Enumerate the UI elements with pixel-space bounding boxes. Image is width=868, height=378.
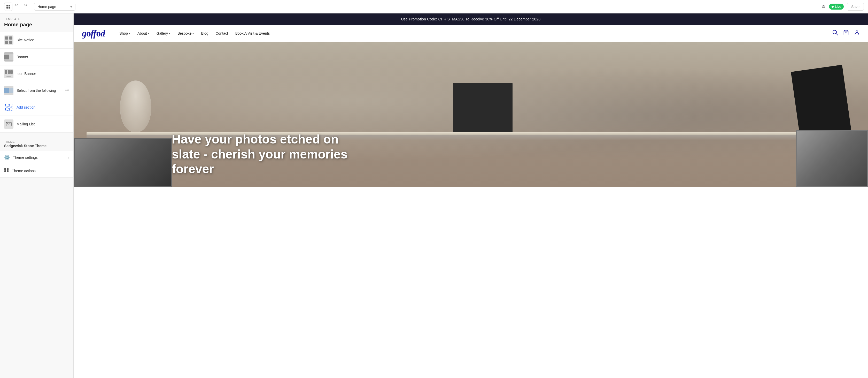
about-chevron: ▾ xyxy=(148,32,149,35)
nav-icons xyxy=(832,30,860,37)
promo-banner: Use Promotion Code: CHRISTMAS30 To Recei… xyxy=(74,13,868,25)
sidebar-item-theme-actions[interactable]: Theme actions ··· xyxy=(0,164,73,178)
svg-rect-10 xyxy=(7,168,8,170)
page-selector-chevron: ▾ xyxy=(70,5,72,9)
chevron-right-icon: › xyxy=(68,155,69,160)
user-nav-icon[interactable] xyxy=(854,30,860,37)
undo-redo-group: ↩ ↪ xyxy=(14,3,32,11)
mailing-list-label: Mailing List xyxy=(17,122,35,126)
svg-rect-1 xyxy=(8,5,10,6)
svg-rect-0 xyxy=(6,5,8,6)
hero-photo-frame-center xyxy=(453,83,513,132)
hero-bottom-frame-right xyxy=(796,130,868,187)
live-dot xyxy=(832,6,834,8)
icon-banner-line2 xyxy=(6,77,11,77)
banner-icon xyxy=(4,52,13,61)
top-bar-left: ↩ ↪ Home page ▾ xyxy=(4,3,75,11)
select-following-icon xyxy=(4,86,13,95)
sidebar: TEMPLATE Home page Site Notice Banner xyxy=(0,13,74,378)
nav-links: Shop ▾ About ▾ Gallery ▾ Bespoke ▾ Blog … xyxy=(119,31,270,35)
undo-button[interactable]: ↩ xyxy=(14,3,23,11)
top-bar: ↩ ↪ Home page ▾ 🖥 Live Save xyxy=(0,0,868,13)
sidebar-theme-section: THEME Sedgewick Stone Theme xyxy=(0,137,73,151)
redo-button[interactable]: ↪ xyxy=(24,3,32,11)
nav-book[interactable]: Book A Visit & Events xyxy=(235,31,270,35)
theme-label: THEME xyxy=(4,140,69,143)
sidebar-item-icon-banner[interactable]: Icon Banner xyxy=(0,65,73,82)
svg-rect-2 xyxy=(6,7,8,8)
page-selector[interactable]: Home page ▾ xyxy=(34,3,75,10)
hero-section: Have your photos etched on slate - cheri… xyxy=(74,42,868,187)
logo-text: goffod xyxy=(82,28,105,38)
svg-rect-5 xyxy=(9,104,12,107)
main-preview: Use Promotion Code: CHRISTMAS30 To Recei… xyxy=(74,13,868,378)
theme-settings-label: Theme settings xyxy=(13,155,38,159)
hero-title: Have your photos etched on slate - cheri… xyxy=(172,132,352,177)
back-button[interactable] xyxy=(4,3,12,11)
template-label: TEMPLATE xyxy=(4,18,69,21)
monitor-icon[interactable]: 🖥 xyxy=(821,4,826,9)
eye-icon[interactable]: 👁 xyxy=(65,88,69,93)
nav-contact[interactable]: Contact xyxy=(216,31,228,35)
theme-name: Sedgewick Stone Theme xyxy=(4,144,69,148)
sidebar-template-section: TEMPLATE Home page xyxy=(0,13,73,32)
page-selector-label: Home page xyxy=(37,5,56,9)
store-logo: goffod xyxy=(82,28,105,39)
store-nav: goffod Shop ▾ About ▾ Gallery ▾ Bespoke … xyxy=(74,25,868,42)
svg-rect-9 xyxy=(4,168,6,170)
grid-sm-icon xyxy=(4,168,9,174)
nav-blog[interactable]: Blog xyxy=(201,31,208,35)
theme-actions-label: Theme actions xyxy=(12,169,36,173)
svg-rect-6 xyxy=(5,108,8,111)
svg-rect-12 xyxy=(7,170,8,172)
site-notice-icon xyxy=(4,35,13,45)
svg-rect-4 xyxy=(5,104,8,107)
search-nav-icon[interactable] xyxy=(832,30,838,37)
nav-gallery[interactable]: Gallery ▾ xyxy=(157,31,170,35)
top-bar-right: 🖥 Live Save xyxy=(821,3,864,10)
sidebar-item-mailing-list[interactable]: Mailing List xyxy=(0,116,73,133)
gear-icon: ⚙️ xyxy=(4,155,10,160)
sidebar-item-site-notice[interactable]: Site Notice xyxy=(0,32,73,49)
nav-about[interactable]: About ▾ xyxy=(137,31,149,35)
add-section-label: Add section xyxy=(17,105,35,109)
mailing-list-icon xyxy=(4,119,13,129)
hero-text: Have your photos etched on slate - cheri… xyxy=(74,132,352,187)
template-title: Home page xyxy=(4,22,69,28)
svg-rect-3 xyxy=(8,7,10,8)
save-button[interactable]: Save xyxy=(847,3,864,10)
svg-rect-7 xyxy=(9,108,12,111)
icon-banner-grid xyxy=(5,70,13,74)
shop-chevron: ▾ xyxy=(129,32,130,35)
svg-point-16 xyxy=(856,31,858,33)
nav-shop[interactable]: Shop ▾ xyxy=(119,31,130,35)
site-notice-label: Site Notice xyxy=(17,38,34,42)
promo-text: Use Promotion Code: CHRISTMAS30 To Recei… xyxy=(401,17,541,21)
bespoke-chevron: ▾ xyxy=(192,32,194,35)
nav-bespoke[interactable]: Bespoke ▾ xyxy=(178,31,194,35)
sidebar-item-add-section[interactable]: Add section xyxy=(0,99,73,116)
hero-vase xyxy=(120,80,151,132)
svg-rect-11 xyxy=(4,170,6,172)
sidebar-item-banner[interactable]: Banner xyxy=(0,49,73,65)
grid-icon xyxy=(4,35,13,45)
live-label: Live xyxy=(835,5,841,8)
sidebar-divider xyxy=(0,135,73,135)
sidebar-item-theme-settings[interactable]: ⚙️ Theme settings › xyxy=(0,151,73,164)
banner-label: Banner xyxy=(17,55,28,59)
cart-nav-icon[interactable] xyxy=(843,30,849,37)
sidebar-item-select-following[interactable]: Select from the following 👁 xyxy=(0,82,73,99)
svg-line-14 xyxy=(836,33,838,35)
gallery-chevron: ▾ xyxy=(169,32,170,35)
icon-banner-icon xyxy=(4,69,13,78)
live-badge: Live xyxy=(829,4,844,9)
add-section-icon xyxy=(4,103,13,112)
ellipsis-icon: ··· xyxy=(65,168,69,173)
icon-banner-label: Icon Banner xyxy=(17,71,36,76)
select-following-label: Select from the following xyxy=(17,88,56,92)
